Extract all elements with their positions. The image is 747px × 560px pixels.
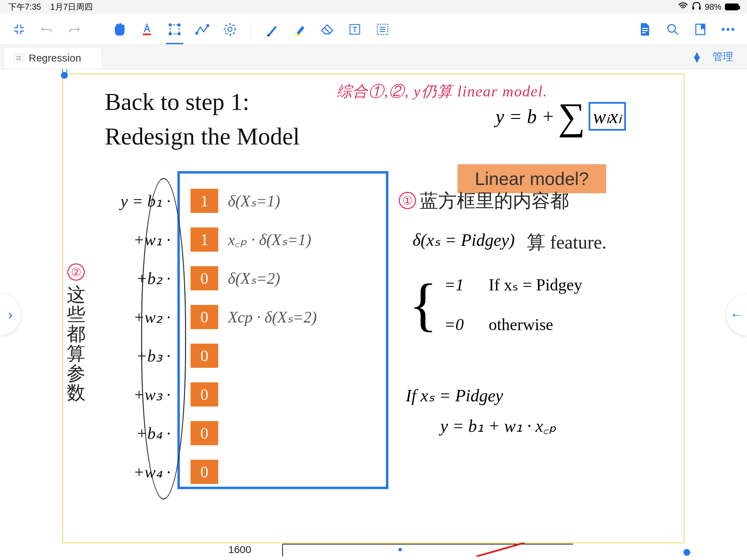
svg-rect-3 (170, 25, 179, 34)
formula-y-eq: y = b + (496, 105, 554, 128)
toolbar (0, 14, 747, 45)
fullscreen-exit-icon[interactable] (7, 17, 31, 41)
highlighter-icon[interactable] (287, 17, 312, 41)
tab-title: Regression (29, 52, 81, 64)
select-list-icon[interactable] (370, 17, 395, 41)
delta-expression: δ(xₛ = Pidgey) (413, 230, 515, 250)
eq-row: y = b₁ · 1 δ(Xₛ=1) (98, 181, 317, 220)
annotation-left-text: 这些都算参数 (67, 285, 87, 403)
svg-point-9 (207, 25, 209, 27)
orange-value-4: 0 (191, 344, 218, 368)
if-block: If xₛ = Pidgey y = b₁ + w₁ · x꜀ₚ (406, 385, 556, 436)
circle-1-icon: ① (399, 192, 416, 209)
svg-point-4 (169, 24, 171, 26)
svg-line-24 (675, 31, 678, 35)
svg-rect-22 (642, 32, 646, 33)
sort-icon[interactable]: ▲▼ (692, 52, 702, 62)
eq-label-2: +b₂ · (98, 269, 174, 288)
eq-row: +w₃ · 0 (98, 375, 317, 414)
svg-line-31 (476, 543, 525, 557)
svg-point-11 (225, 25, 235, 34)
annotation-right-1: 蓝方框里的内容都 (419, 188, 569, 214)
if-condition: If xₛ = Pidgey (406, 385, 556, 405)
next-page-handle[interactable]: ← (726, 294, 747, 335)
text-box-icon[interactable] (343, 17, 367, 41)
svg-rect-1 (699, 7, 701, 10)
svg-point-7 (178, 33, 180, 35)
eq-label-7: +w₄ · (98, 462, 174, 482)
annotation-red-top: 综合①,②, y仍算 linear model. (336, 81, 547, 102)
svg-point-8 (196, 32, 198, 34)
hand-note-1: x꜀ₚ · δ(Xₛ=1) (221, 230, 311, 249)
undo-icon[interactable] (35, 17, 59, 41)
eq-start: y = (120, 192, 143, 210)
search-icon[interactable] (661, 17, 685, 41)
svg-rect-13 (295, 34, 300, 36)
status-date: 1月7日周四 (50, 2, 93, 11)
svg-rect-2 (143, 34, 151, 35)
eq-row: +w₁ · 1 x꜀ₚ · δ(Xₛ=1) (98, 220, 317, 259)
svg-point-6 (169, 33, 171, 35)
sigma-icon: ∑ (558, 103, 585, 130)
bottom-chart-fragment: 1600 (228, 543, 573, 557)
svg-point-23 (668, 25, 675, 32)
orange-value-7: 0 (191, 460, 218, 484)
annotation-right-2: 算 feature. (527, 230, 607, 255)
orange-value-5: 0 (191, 382, 218, 407)
crop-tool-icon[interactable] (163, 17, 187, 41)
eq-label-1: +w₁ · (98, 230, 174, 249)
eq-row: +b₄ · 0 (98, 414, 317, 452)
svg-rect-0 (692, 7, 694, 10)
annotation-left-circle: ② (67, 261, 85, 281)
eq-label-4: +b₃ · (98, 346, 174, 365)
eq-label-5: +w₃ · (98, 385, 174, 404)
hand-note-0: δ(Xₛ=1) (221, 192, 280, 210)
selection-handle-br[interactable] (683, 549, 690, 556)
slide-title-1: Back to step 1: (105, 88, 249, 116)
orange-value-6: 0 (191, 421, 218, 445)
more-icon[interactable] (716, 17, 740, 41)
svg-point-26 (722, 28, 725, 31)
settings-gear-icon[interactable] (218, 17, 242, 41)
hand-tool-icon[interactable] (107, 17, 131, 41)
equation-column: y = b₁ · 1 δ(Xₛ=1) +w₁ · 1 x꜀ₚ · δ(Xₛ=1)… (98, 181, 317, 491)
tab-regression[interactable]: Regression (3, 47, 102, 69)
slide-title-2: Redesign the Model (105, 123, 300, 150)
svg-point-27 (727, 28, 729, 31)
circle-2-icon: ② (67, 263, 85, 281)
tab-menu-icon[interactable] (14, 54, 23, 63)
headphone-icon (692, 2, 701, 12)
svg-point-5 (178, 24, 180, 26)
document-icon[interactable] (633, 17, 657, 41)
eq-label-6: +b₄ · (98, 423, 174, 443)
battery-percent: 98% (705, 2, 721, 12)
svg-point-10 (228, 27, 232, 31)
eq-row: +w₄ · 0 (98, 452, 317, 491)
slide-content: Back to step 1: Redesign the Model 综合①,②… (62, 73, 685, 543)
hand-note-3: Xcp · δ(Xₛ=2) (221, 308, 317, 326)
eq-row: +w₂ · 0 Xcp · δ(Xₛ=2) (98, 298, 317, 336)
selection-handle-tl[interactable] (61, 72, 68, 79)
manage-button[interactable]: 管理 (712, 50, 733, 64)
svg-point-32 (398, 548, 402, 551)
eq-label-0: b₁ · (147, 192, 170, 210)
toolbar-separator (251, 21, 251, 38)
hand-note-2: δ(Xₛ=2) (221, 269, 280, 288)
eq-row: +b₂ · 0 δ(Xₛ=2) (98, 259, 317, 298)
if-formula: y = b₁ + w₁ · x꜀ₚ (440, 416, 556, 436)
svg-point-28 (731, 28, 734, 31)
eraser-icon[interactable] (315, 17, 339, 41)
chart-line-fragment (262, 543, 573, 557)
canvas-area[interactable]: › ← Back to step 1: Redesign the Model 综… (0, 69, 747, 560)
svg-rect-21 (642, 30, 648, 31)
formula-wixi: wᵢxᵢ (589, 102, 626, 131)
piecewise-definition: { =1 If xₛ = Pidgey =0 otherwise (409, 275, 582, 334)
polyline-icon[interactable] (190, 17, 214, 41)
text-color-icon[interactable] (135, 17, 159, 41)
prev-page-handle[interactable]: › (0, 294, 21, 335)
redo-icon[interactable] (62, 17, 86, 41)
orange-value-0: 1 (191, 189, 218, 213)
brace-val-1: =1 (444, 276, 464, 294)
pen-icon[interactable] (260, 17, 284, 41)
bookmark-icon[interactable] (688, 17, 712, 41)
